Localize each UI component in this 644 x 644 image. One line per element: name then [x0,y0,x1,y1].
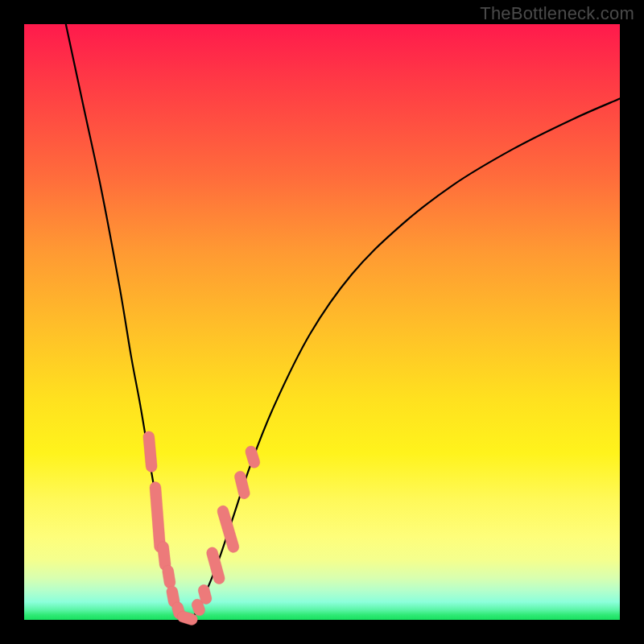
markers-layer [24,24,620,620]
watermark-text: TheBottleneck.com [480,3,634,24]
marker-pills [142,431,261,626]
marker-pill [205,546,226,585]
chart-frame: TheBottleneck.com [0,0,644,644]
marker-pill [142,431,158,473]
plot-area [24,24,620,620]
marker-pill [216,504,240,554]
marker-pill [233,470,251,500]
marker-pill [162,564,176,589]
marker-pill [244,444,261,469]
